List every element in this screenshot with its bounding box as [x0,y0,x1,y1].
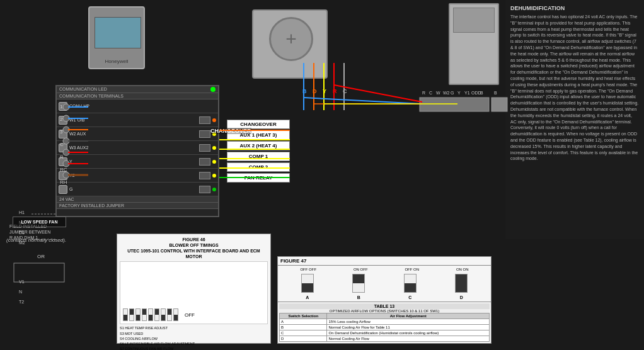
lt-t2: T2 [19,297,25,307]
w3-icon [59,144,67,152]
w3-connector [199,144,210,152]
off-label: OFF [185,312,195,318]
dip-switch-group: OFF [123,308,195,321]
comm-led-indicator [210,87,216,92]
switch-a [301,274,314,293]
row-c-airflow: On Demand Dehumidification (Humidistat c… [327,330,490,336]
row-c-switch: C [280,330,327,336]
comm-led-label: COMMUNICATION LED [59,87,107,92]
col-airflow: Air Flow Adjustment [327,313,490,319]
dip-sw-9 [173,308,178,321]
conv-icon [59,102,67,111]
fig46-bottom-labels: S1 HEAT TEMP RISE ADJUST S3 MOT USED S4 … [120,325,268,350]
lt-v1: V1 [19,277,25,287]
comm-terminals-label: COMMUNICATION TERMINALS [59,94,124,98]
sw-b-label: ON OFF [354,268,368,271]
y2-connector [199,172,210,179]
table-row-c: C On Demand Dehumidification (Humidistat… [280,330,490,336]
thermostat: Honeywell [88,6,145,69]
figure-46: FIGURE 46 BLOWER OFF TIMINGS UTEC 1095-1… [117,234,271,344]
changeover-label: CHANGEOVER [210,128,251,134]
switch-c [404,274,417,293]
diagram-wrapper: DEHUMIDIFICATION The interface control h… [0,0,644,350]
vac-header: 24 VAC [57,196,218,203]
table-row-b: B Normal Cooling Air Flow for Table 11 [280,325,490,330]
fig46-switches: OFF [120,261,268,324]
w1-icon [59,116,67,125]
table13-title: TABLE 13 [279,303,490,309]
fig46-s3: S3 MOT USED [120,331,268,336]
dehumidification-title: DEHUMIDIFICATION [510,5,639,11]
w3-wire [212,146,216,150]
dip-sw-8 [167,308,172,321]
w2-icon [59,130,67,138]
table-row-a: A 15% Less cooling Airflow [280,319,490,325]
y2-label: Y2 [69,173,198,178]
right-panel: DEHUMIDIFICATION The interface control h… [505,0,644,239]
factory-jumper-label: FACTORY INSTALLED JUMPER [59,203,124,208]
relay-comp1: COMP 1 [227,152,290,161]
fig46-s7: S7 CONTINUOUS FAN AIR FLOW [120,346,268,350]
w1-connector [199,116,210,124]
w1-label: W1 O/B [69,118,198,122]
relay-comp2: COMP 2 [227,162,290,172]
switch-b [352,274,365,293]
w3-row: W3 AUX2 [57,141,218,155]
sw-d-label: ON ON [456,268,469,271]
ac-outdoor-unit [252,9,328,79]
thermostat-brand: Honeywell [89,59,144,64]
w3-label: W3 AUX2 [69,145,198,150]
onoff-row: OFF OFF ON OFF OFF ON ON ON [282,268,487,271]
switch-d [455,274,468,293]
g-wire [212,188,216,191]
ac-fan [269,17,313,61]
letter-c: C [408,295,411,300]
vac-label: 24 VAC [59,197,74,201]
table13-data: Switch Selection Air Flow Adjustment A 1… [279,313,490,342]
fig46-subtitle: UTEC 1095-101 CONTROL WITH INTERFACE BOA… [120,248,268,259]
w2-row: W2 AUX [57,127,218,141]
table-row-d: D Normal Cooling Air Flow [280,336,490,342]
dip-sw-4 [142,308,147,321]
conv-hp-row: CONV HP [57,99,218,113]
left-terminals-v: V1 N T2 [19,277,25,307]
y-connector [199,158,210,166]
factory-jumper-header: FACTORY INSTALLED JUMPER [57,203,218,209]
dip-sw-1 [123,308,128,321]
switch-visuals [282,274,487,293]
lt-n: N [19,287,25,297]
comm-terminals-header: COMMUNICATION TERMINALS [57,93,218,99]
y2-row: Y2 [57,169,218,183]
abcd-row: A B C D [282,295,487,300]
dip-sw-3 [135,308,141,321]
relay-fan: FAN RELAY [227,173,290,183]
fig47-table13-area: FIGURE 47 OFF OFF ON OFF OFF ON ON ON A … [277,256,492,344]
y2-wire [212,174,216,178]
furnace-unit [449,3,499,85]
y-row: Y [57,155,218,169]
g-label: G [69,187,198,191]
row-b-switch: B [280,325,327,330]
row-d-airflow: Normal Cooling Air Flow [327,336,490,342]
row-a-switch: A [280,319,327,325]
sw-a-label: OFF OFF [300,268,316,271]
w1-row: W1 O/B [57,113,218,127]
comm-led-header: COMMUNICATION LED [57,86,218,93]
conv-hp-label: CONV HP [69,104,216,108]
y2-icon [59,171,67,180]
table-13: TABLE 13 OPTIMIZED AIRFLOW OPTIONS (SWIT… [277,302,492,344]
row-d-switch: D [280,336,327,342]
fig47-switches: OFF OFF ON OFF OFF ON ON ON A B C D [277,265,492,302]
y-icon [59,157,67,166]
dip-sw-5 [148,308,153,321]
row-a-airflow: 15% Less cooling Airflow [327,319,490,325]
g-row: G [57,183,218,196]
g-connector [199,186,210,193]
row-b-airflow: Normal Cooling Air Flow for Table 11 [327,325,490,330]
dip-sw-2 [129,308,134,321]
letter-d: D [460,295,463,300]
fig46-s6: S6 LT INT/SENSIBLE AIR FLOW ADJUSTMENT [120,341,268,346]
w2-label: W2 AUX [69,132,198,136]
low-speed-label: LOW SPEED FAN [16,220,63,224]
contacts-label: (contacts normally closed). [6,237,66,243]
